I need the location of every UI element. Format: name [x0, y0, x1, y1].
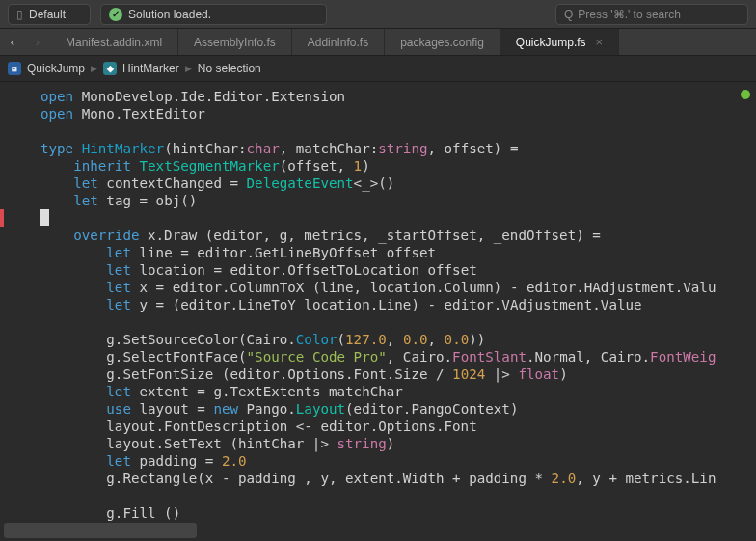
- tab-packages[interactable]: packages.config: [385, 29, 500, 55]
- search-box[interactable]: Q Press '⌘.' to search: [555, 4, 748, 25]
- check-icon: ✓: [109, 8, 122, 21]
- tab-assemblyinfo[interactable]: AssemblyInfo.fs: [178, 29, 292, 55]
- status-dot-icon: [741, 90, 750, 99]
- tabbar: ‹ › Manifest.addin.xml AssemblyInfo.fs A…: [0, 29, 756, 56]
- bc-type[interactable]: HintMarker: [122, 62, 179, 75]
- search-placeholder: Press '⌘.' to search: [578, 8, 681, 21]
- text-cursor: [40, 209, 49, 226]
- tab-addininfo[interactable]: AddinInfo.fs: [292, 29, 385, 55]
- code-content: open MonoDevelop.Ide.Editor.Extension op…: [0, 82, 756, 522]
- tab-quickjump[interactable]: QuickJump.fs ×: [500, 29, 619, 55]
- config-label: Default: [29, 8, 66, 21]
- chevron-right-icon: ▶: [91, 64, 97, 73]
- nav-forward[interactable]: ›: [25, 29, 50, 55]
- top-toolbar: ▯ Default ✓ Solution loaded. Q Press '⌘.…: [0, 0, 756, 29]
- config-selector[interactable]: ▯ Default: [8, 4, 91, 25]
- breadcrumb: ⧈ QuickJump ▶ ◆ HintMarker ▶ No selectio…: [0, 56, 756, 82]
- error-marker: [0, 209, 4, 227]
- search-icon: Q: [564, 8, 573, 21]
- status-overlay: [4, 523, 197, 538]
- bc-member[interactable]: No selection: [198, 62, 261, 75]
- nav-back[interactable]: ‹: [0, 29, 25, 55]
- module-icon: ⧈: [8, 62, 21, 75]
- tab-manifest[interactable]: Manifest.addin.xml: [50, 29, 178, 55]
- type-icon: ◆: [103, 62, 117, 75]
- chevron-right-icon: ▶: [185, 64, 192, 73]
- bc-module[interactable]: QuickJump: [27, 62, 85, 75]
- code-editor[interactable]: open MonoDevelop.Ide.Editor.Extension op…: [0, 82, 756, 541]
- status-text: Solution loaded.: [128, 8, 211, 21]
- status-bar: ✓ Solution loaded.: [100, 4, 327, 25]
- close-icon[interactable]: ×: [596, 35, 604, 49]
